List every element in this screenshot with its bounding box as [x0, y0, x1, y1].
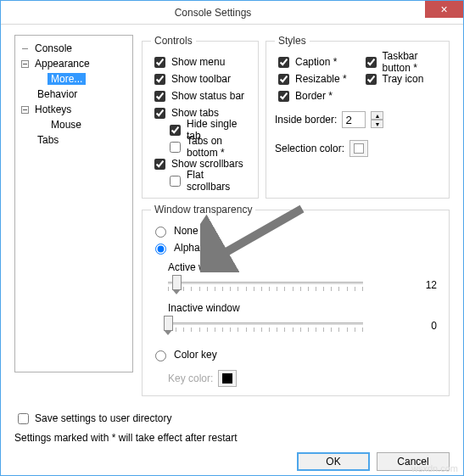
tree-item-appearance[interactable]: Appearance	[19, 56, 129, 71]
tree-item-console[interactable]: Console	[19, 41, 129, 56]
tree-item-mouse[interactable]: Mouse	[19, 117, 129, 132]
inactive-window-value: 0	[415, 320, 440, 332]
tree-item-tabs[interactable]: Tabs	[19, 132, 129, 148]
close-button[interactable]: ×	[425, 1, 463, 18]
collapse-icon[interactable]	[20, 59, 30, 69]
window-transparency-group: Window transparency None Alpha Active wi…	[142, 204, 450, 396]
transparency-alpha-radio[interactable]: Alpha	[151, 239, 440, 256]
inside-border-label: Inside border:	[275, 114, 337, 126]
inside-border-spinner[interactable]: ▲ ▼	[371, 111, 383, 128]
restart-note: Settings marked with * will take effect …	[14, 432, 450, 444]
tree-item-hotkeys[interactable]: Hotkeys	[19, 102, 129, 117]
show-menu-checkbox[interactable]: Show menu	[151, 53, 249, 70]
inside-border-input[interactable]	[342, 111, 366, 128]
border-checkbox[interactable]: Border *	[275, 87, 354, 104]
tree-item-more[interactable]: More...	[19, 71, 129, 87]
spin-down-icon[interactable]: ▼	[371, 120, 383, 128]
show-status-bar-checkbox[interactable]: Show status bar	[151, 87, 249, 104]
styles-legend: Styles	[275, 35, 310, 47]
inactive-window-slider[interactable]	[168, 314, 363, 338]
tree-item-behavior[interactable]: Behavior	[19, 87, 129, 102]
transparency-none-radio[interactable]: None	[151, 222, 440, 239]
collapse-icon[interactable]	[20, 105, 30, 115]
selection-color-label: Selection color:	[275, 143, 344, 154]
settings-dialog: Console Settings × Console Appearance Mo…	[0, 0, 464, 476]
category-tree[interactable]: Console Appearance More... Behavior Hotk…	[14, 35, 133, 372]
resizable-checkbox[interactable]: Resizable *	[275, 70, 354, 87]
watermark: wsxdn.com	[411, 463, 458, 473]
save-user-dir-checkbox[interactable]: Save settings to user directory	[14, 410, 450, 427]
controls-legend: Controls	[151, 35, 196, 47]
show-toolbar-checkbox[interactable]: Show toolbar	[151, 70, 249, 87]
styles-group: Styles Caption * Resizable * Border * Ta…	[266, 35, 450, 199]
ok-button[interactable]: OK	[297, 452, 370, 471]
titlebar: Console Settings ×	[1, 1, 463, 25]
active-window-value: 12	[415, 279, 440, 291]
active-window-label: Active window	[151, 261, 440, 273]
slider-thumb[interactable]	[172, 275, 182, 290]
key-color-label: Key color:	[168, 372, 213, 384]
active-window-slider[interactable]	[168, 273, 363, 297]
controls-group: Controls Show menu Show toolbar Show sta…	[142, 35, 259, 199]
key-color-button	[218, 370, 237, 387]
taskbar-button-checkbox[interactable]: Taskbar button *	[362, 53, 441, 70]
transparency-legend: Window transparency	[151, 204, 255, 216]
selection-color-button[interactable]	[349, 140, 368, 157]
slider-thumb[interactable]	[164, 316, 173, 331]
tabs-on-bottom-checkbox[interactable]: Tabs on bottom *	[166, 138, 249, 155]
dash-icon	[20, 44, 30, 53]
spin-up-icon[interactable]: ▲	[371, 111, 383, 120]
inactive-window-label: Inactive window	[151, 302, 440, 314]
transparency-colorkey-radio[interactable]: Color key	[151, 346, 440, 363]
flat-scrollbars-checkbox[interactable]: Flat scrollbars	[166, 172, 249, 189]
window-title: Console Settings	[1, 7, 425, 19]
caption-checkbox[interactable]: Caption *	[275, 53, 354, 70]
